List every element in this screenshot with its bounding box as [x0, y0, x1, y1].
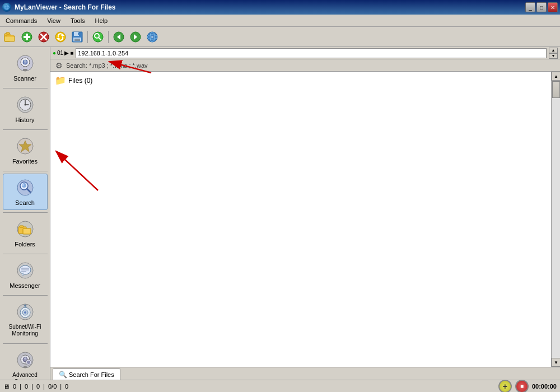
folder-icon: 📁 — [55, 75, 66, 86]
sidebar-search-label: Search — [15, 199, 35, 206]
status-value-0: 0 — [13, 383, 16, 390]
sidebar-advanced-label: AdvancedScanner — [12, 372, 37, 380]
sidebar: Scanner History — [0, 47, 50, 380]
address-indicators: ● 01 ▶ ■ — [53, 50, 73, 56]
toolbar — [0, 27, 560, 47]
scroll-up-button[interactable]: ▲ — [552, 72, 560, 81]
status-value-4: 0 — [65, 383, 68, 390]
add-status-button[interactable]: + — [498, 380, 512, 393]
delete-button[interactable] — [36, 29, 52, 45]
svg-point-68 — [24, 357, 26, 360]
status-icon: 🖥 — [3, 383, 10, 390]
minimize-button[interactable]: _ — [525, 2, 535, 12]
sidebar-item-favorites[interactable]: Favorites — [3, 132, 48, 169]
svg-point-47 — [22, 184, 24, 186]
window-controls: _ □ ✕ — [525, 2, 558, 12]
bottom-tabs: 🔍 Search For Files — [50, 367, 560, 380]
sidebar-divider-6 — [3, 295, 48, 296]
svg-point-30 — [151, 36, 153, 38]
tree-item-label: Files (0) — [68, 77, 92, 85]
svg-rect-19 — [74, 39, 80, 41]
status-value-1: 0 — [25, 383, 28, 390]
scroll-thumb[interactable] — [552, 81, 560, 98]
save-button[interactable] — [69, 29, 85, 45]
scroll-track — [552, 81, 560, 358]
svg-point-35 — [24, 59, 26, 63]
window-title: MyLanViewer - Search For Files — [15, 3, 116, 11]
svg-point-70 — [27, 361, 30, 364]
svg-rect-8 — [24, 36, 30, 38]
tree-item-files[interactable]: 📁 Files (0) — [53, 74, 549, 87]
status-sep-2: | — [43, 383, 45, 390]
sidebar-divider-4 — [3, 212, 48, 213]
home-button[interactable] — [144, 29, 160, 45]
back-button[interactable] — [111, 29, 127, 45]
sidebar-divider-1 — [3, 88, 48, 88]
svg-rect-17 — [78, 32, 79, 35]
tab-label: Search For Files — [69, 371, 114, 378]
sidebar-item-folders[interactable]: Folders — [3, 215, 48, 251]
file-tree[interactable]: 📁 Files (0) — [50, 72, 551, 367]
search-criteria-text: Search: *.mp3 ; *.wma ; *.wav — [66, 62, 148, 69]
svg-rect-50 — [20, 226, 24, 227]
maximize-button[interactable]: □ — [536, 2, 547, 12]
forward-button[interactable] — [128, 29, 143, 45]
tab-search-for-files[interactable]: 🔍 Search For Files — [53, 368, 120, 380]
menu-bar: Commands View Tools Help — [0, 15, 560, 27]
status-sep-1: | — [31, 383, 33, 390]
address-scroll-down[interactable]: ▼ — [549, 53, 558, 59]
scanner-icon — [15, 53, 35, 73]
status-right: + ■ 00:00:00 — [498, 380, 557, 393]
sidebar-divider-2 — [3, 129, 48, 130]
title-bar: MyLanViewer - Search For Files _ □ ✕ — [0, 0, 560, 15]
status-value-2: 0 — [36, 383, 40, 390]
status-value-3: 0/0 — [48, 383, 57, 390]
sidebar-item-history[interactable]: History — [3, 91, 48, 127]
sidebar-item-scanner[interactable]: Scanner — [3, 49, 48, 86]
subnet-icon — [15, 302, 35, 322]
search-icon — [15, 178, 35, 198]
menu-tools[interactable]: Tools — [66, 16, 90, 25]
svg-point-61 — [24, 311, 26, 314]
menu-help[interactable]: Help — [91, 16, 113, 25]
sidebar-folders-label: Folders — [15, 241, 35, 248]
sidebar-scanner-label: Scanner — [13, 75, 36, 82]
folders-icon — [15, 219, 35, 239]
toolbar-separator-2 — [108, 31, 109, 43]
content-scrollbar: ▲ ▼ — [551, 72, 560, 367]
stop-status-button[interactable]: ■ — [515, 380, 529, 393]
sidebar-history-label: History — [15, 116, 34, 123]
sidebar-divider-7 — [3, 343, 48, 344]
search-button[interactable] — [90, 29, 106, 45]
sidebar-item-search[interactable]: Search — [3, 174, 48, 210]
advanced-icon — [15, 350, 35, 370]
toolbar-separator-1 — [87, 31, 88, 43]
sidebar-item-subnet[interactable]: Subnet/Wi-FiMonitoring — [3, 298, 48, 341]
history-icon — [15, 95, 35, 115]
close-button[interactable]: ✕ — [548, 2, 558, 12]
svg-point-40 — [24, 104, 26, 106]
menu-commands[interactable]: Commands — [1, 16, 41, 25]
gear-icon: ⚙ — [54, 60, 64, 71]
open-folder-button[interactable] — [2, 29, 18, 45]
scroll-down-button[interactable]: ▼ — [552, 358, 560, 367]
sidebar-favorites-label: Favorites — [12, 158, 38, 165]
sidebar-item-advanced[interactable]: AdvancedScanner — [3, 346, 48, 380]
add-button[interactable] — [19, 29, 35, 45]
app-icon — [2, 3, 11, 12]
address-scroll-up[interactable]: ▲ — [549, 48, 558, 53]
menu-view[interactable]: View — [43, 16, 65, 25]
refresh-button[interactable] — [53, 29, 68, 45]
address-input[interactable] — [76, 48, 547, 58]
sidebar-subnet-label: Subnet/Wi-FiMonitoring — [9, 324, 41, 337]
status-left: 🖥 0 | 0 | 0 | 0/0 | 0 — [3, 383, 68, 390]
search-criteria-bar: ⚙ Search: *.mp3 ; *.wma ; *.wav — [50, 59, 560, 72]
sidebar-divider-5 — [3, 254, 48, 254]
svg-rect-34 — [23, 69, 27, 71]
status-sep-0: | — [20, 383, 21, 390]
address-scrollbar: ▲ ▼ — [549, 48, 558, 59]
status-bar: 🖥 0 | 0 | 0 | 0/0 | 0 + ■ 00:00:00 — [0, 380, 560, 392]
favorites-icon — [15, 136, 35, 156]
svg-point-0 — [4, 4, 10, 10]
sidebar-item-messenger[interactable]: Messenger — [3, 256, 48, 293]
